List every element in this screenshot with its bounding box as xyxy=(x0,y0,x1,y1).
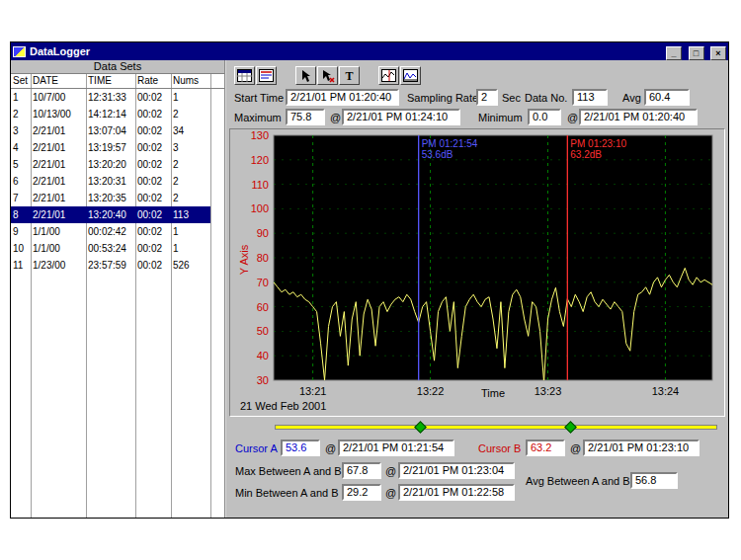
svg-text:13:21: 13:21 xyxy=(299,385,327,397)
svg-text:PM 01:23:10: PM 01:23:10 xyxy=(570,138,626,149)
column-header-date: DATE xyxy=(31,74,86,88)
minimum-label: Minimum xyxy=(478,112,523,123)
column-header-set: Set xyxy=(11,74,31,88)
max-between-time-field[interactable]: 2/21/01 PM 01:23:04 xyxy=(398,462,515,479)
slider-handle-b[interactable] xyxy=(564,421,577,434)
datasets-panel-title: Data Sets xyxy=(11,60,224,74)
start-time-label: Start Time xyxy=(234,92,284,104)
table-cell-date: 10/13/00 xyxy=(31,106,86,122)
max-between-value-field[interactable]: 67.8 xyxy=(342,462,381,479)
svg-text:80: 80 xyxy=(257,252,269,264)
svg-text:100: 100 xyxy=(251,202,269,214)
datasets-panel: Data Sets SetDATETIMERateNums 110/7/0012… xyxy=(11,60,226,518)
svg-text:13:24: 13:24 xyxy=(652,385,680,397)
data-no-label: Data No. xyxy=(525,92,567,104)
table-cell-set: 5 xyxy=(11,156,31,173)
min-between-time-field[interactable]: 2/21/01 PM 01:22:58 xyxy=(398,484,515,501)
minimize-button[interactable]: _ xyxy=(666,46,682,60)
range-slider-track[interactable] xyxy=(275,425,717,430)
table-row[interactable]: 101/1/0000:53:2400:021 xyxy=(11,240,210,257)
minimum-at-symbol: @ xyxy=(567,112,578,123)
datasets-table-icon[interactable] xyxy=(234,66,255,85)
table-cell-time: 13:20:31 xyxy=(86,173,135,190)
table-cell-rate: 00:02 xyxy=(135,156,171,173)
cursor-pointer-icon[interactable] xyxy=(295,66,316,85)
cursor-a-value-field[interactable]: 53.6 xyxy=(281,440,320,456)
start-time-field[interactable]: 2/21/01 PM 01:20:40 xyxy=(286,89,399,106)
maximize-button[interactable]: □ xyxy=(689,46,704,60)
cursor-b-value-field[interactable]: 63.2 xyxy=(526,440,565,456)
table-cell-time: 00:53:24 xyxy=(86,240,135,257)
table-row[interactable]: 52/21/0113:20:2000:022 xyxy=(11,156,210,173)
minimum-time-field[interactable]: 2/21/01 PM 01:20:40 xyxy=(579,109,698,125)
cursor-a-at-symbol: @ xyxy=(325,442,336,454)
table-row[interactable]: 32/21/0113:07:0400:0234 xyxy=(11,122,210,139)
svg-text:40: 40 xyxy=(257,350,269,361)
sampling-rate-unit: Sec xyxy=(502,92,521,104)
datasets-body: 110/7/0012:31:3300:021210/13/0014:12:140… xyxy=(11,89,224,274)
table-row[interactable]: 210/13/0014:12:1400:022 xyxy=(11,106,210,122)
text-annotation-icon[interactable]: T xyxy=(339,66,360,85)
chart-svg[interactable]: 3040506070809010011012013013:2113:2213:2… xyxy=(230,131,716,400)
cursor-b-label: Cursor B xyxy=(478,442,521,454)
maximum-label: Maximum xyxy=(234,112,282,123)
avg-field[interactable]: 60.4 xyxy=(644,89,690,106)
table-row[interactable]: 82/21/0113:20:4000:02113 xyxy=(11,206,210,223)
max-between-label: Max Between A and B xyxy=(235,465,342,477)
minimum-field[interactable]: 0.0 xyxy=(528,109,561,125)
window-title: DataLogger xyxy=(30,45,664,57)
avg-between-value-field[interactable]: 56.8 xyxy=(630,472,678,489)
svg-text:70: 70 xyxy=(257,277,269,288)
titlebar[interactable]: DataLogger _ □ × xyxy=(11,42,728,60)
maximum-time-field[interactable]: 2/21/01 PM 01:24:10 xyxy=(342,109,460,125)
table-row[interactable]: 110/7/0012:31:3300:021 xyxy=(11,89,210,106)
table-cell-time: 13:07:04 xyxy=(86,122,135,139)
table-cell-time: 23:57:59 xyxy=(86,257,135,274)
svg-text:50: 50 xyxy=(257,325,269,337)
slider-handle-a[interactable] xyxy=(414,421,427,434)
maximum-field[interactable]: 75.8 xyxy=(286,109,325,125)
cursor-b-at-symbol: @ xyxy=(570,442,581,454)
table-cell-rate: 00:02 xyxy=(135,139,171,156)
datalogger-window: DataLogger _ □ × Data Sets SetDATETIMERa… xyxy=(10,41,729,519)
zoom-chart-icon[interactable] xyxy=(378,66,399,85)
sampling-rate-field[interactable]: 2 xyxy=(476,89,498,106)
cursor-b-time-field[interactable]: 2/21/01 PM 01:23:10 xyxy=(583,440,700,456)
table-cell-nums: 34 xyxy=(171,122,210,139)
table-row[interactable]: 72/21/0113:20:3500:022 xyxy=(11,190,210,206)
svg-text:53.6dB: 53.6dB xyxy=(422,149,453,160)
cursor-slider-row xyxy=(229,420,725,434)
report-icon[interactable] xyxy=(256,66,277,85)
table-cell-time: 13:20:40 xyxy=(86,206,135,223)
table-row[interactable]: 42/21/0113:19:5700:023 xyxy=(11,139,210,156)
table-cell-rate: 00:02 xyxy=(135,106,171,122)
line-chart-icon[interactable] xyxy=(400,66,421,85)
table-cell-time: 13:20:20 xyxy=(86,156,135,173)
table-cell-time: 00:02:42 xyxy=(86,223,135,240)
table-cell-date: 2/21/01 xyxy=(31,139,86,156)
svg-text:13:22: 13:22 xyxy=(417,385,445,397)
table-cell-nums: 526 xyxy=(171,257,210,274)
cursor-delete-icon[interactable] xyxy=(317,66,338,85)
min-between-label: Min Between A and B xyxy=(235,487,339,499)
table-row[interactable]: 62/21/0113:20:3100:022 xyxy=(11,173,210,190)
avg-between-label: Avg Between A and B xyxy=(526,475,630,487)
svg-text:13:23: 13:23 xyxy=(535,385,562,397)
close-button[interactable]: × xyxy=(710,46,726,60)
table-cell-date: 2/21/01 xyxy=(31,122,86,139)
column-header-rate: Rate xyxy=(135,74,171,88)
table-row[interactable]: 91/1/0000:02:4200:021 xyxy=(11,223,210,240)
maximum-at-symbol: @ xyxy=(330,112,341,123)
cursor-a-time-field[interactable]: 2/21/01 PM 01:21:54 xyxy=(338,440,454,456)
table-row[interactable]: 111/23/0023:57:5900:02526 xyxy=(11,257,210,274)
data-no-field[interactable]: 113 xyxy=(572,89,608,106)
table-cell-rate: 00:02 xyxy=(135,240,171,257)
table-cell-time: 14:12:14 xyxy=(86,106,135,122)
svg-text:110: 110 xyxy=(251,179,269,191)
table-cell-nums: 2 xyxy=(171,106,210,122)
table-cell-set: 7 xyxy=(11,190,31,206)
table-cell-date: 2/21/01 xyxy=(31,156,86,173)
table-cell-date: 1/23/00 xyxy=(31,257,86,274)
svg-text:90: 90 xyxy=(257,227,269,239)
min-between-value-field[interactable]: 29.2 xyxy=(342,484,381,501)
